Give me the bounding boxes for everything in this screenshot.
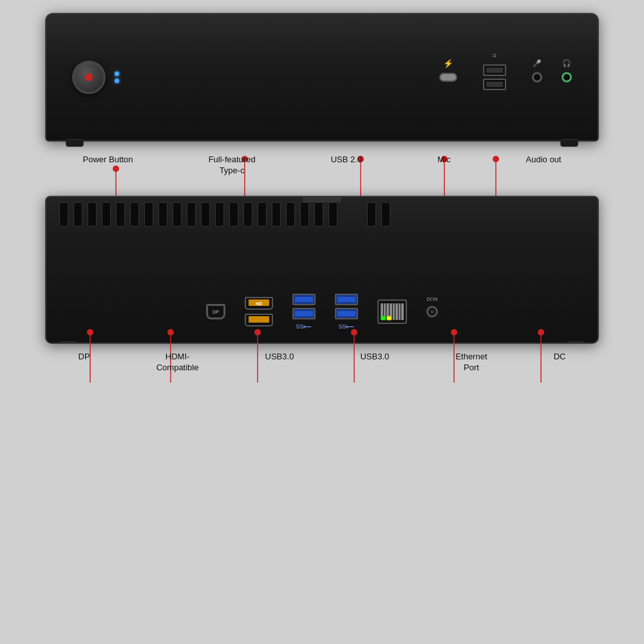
audio-out-area: 🎧	[562, 72, 572, 82]
vent-13	[229, 202, 238, 227]
pin-6	[395, 303, 398, 320]
pin-8	[401, 303, 404, 320]
hdmi-pins-bottom	[249, 316, 269, 323]
pin-7	[399, 303, 401, 320]
usbc-port	[439, 73, 457, 82]
usb3-right-top[interactable]	[335, 294, 358, 305]
label-audio-out: Audio out	[526, 155, 562, 176]
hdmi-ports: HD	[245, 297, 273, 327]
label-usb20: USB 2.0	[331, 155, 362, 176]
vent-3	[88, 202, 97, 227]
usb3-right-area: SS⟵	[335, 294, 358, 330]
vent-11	[201, 202, 210, 227]
main-container: ⚡ ⌗ 🎤 🎧	[0, 0, 644, 644]
vent-15	[258, 202, 267, 227]
hdmi-label-text: HDMI-Compatible	[156, 352, 199, 374]
vent-2	[73, 202, 82, 227]
vent-grills	[46, 197, 598, 232]
vent-7	[144, 202, 153, 227]
ethernet-port-area	[377, 299, 407, 324]
label-dc: DC	[554, 352, 566, 374]
audio-out-port[interactable]	[562, 72, 572, 82]
hdmi-port-top[interactable]: HD	[245, 297, 273, 310]
front-panel-top: ⚡ ⌗ 🎤 🎧	[45, 13, 599, 142]
thunderbolt-icon: ⚡	[443, 59, 453, 68]
usb3-left-ports	[292, 294, 316, 319]
rear-panel-bottom: DP HD	[45, 196, 599, 344]
ethernet-label-text: EthernetPort	[455, 352, 487, 374]
vent-9	[173, 202, 182, 227]
dp-port[interactable]: DP	[206, 304, 225, 319]
audio-out-label-text: Audio out	[526, 155, 562, 166]
vent-19	[314, 202, 323, 227]
usb-icon: ⌗	[493, 52, 497, 60]
dc-port[interactable]	[426, 306, 438, 317]
vent-6	[130, 202, 139, 227]
dp-label-text: DP	[79, 352, 90, 363]
power-button[interactable]	[72, 61, 106, 94]
label-usb30-left: USB3.0	[265, 352, 294, 374]
label-mic: Mic	[437, 155, 450, 176]
dp-symbol: DP	[213, 309, 219, 314]
vent-20	[328, 202, 337, 227]
ss-icon-right: SS⟵	[338, 323, 354, 330]
led-bottom	[115, 79, 119, 83]
pin-5	[393, 303, 395, 320]
usb30-left-label-text: USB3.0	[265, 352, 294, 363]
hdmi-port-bottom[interactable]	[245, 314, 273, 327]
vent-10	[187, 202, 196, 227]
bottom-labels: DP HDMI-Compatible USB3.0 USB3.0 Etherne…	[45, 344, 599, 374]
ethernet-port[interactable]	[377, 299, 407, 324]
label-power: Power Button	[83, 155, 133, 176]
mic-port-area: 🎤	[532, 72, 542, 82]
label-usb30-right: USB3.0	[360, 352, 389, 374]
typec-label-text: Full-featuredType-c	[209, 155, 256, 176]
dcin-label-text: DCIN	[426, 297, 437, 301]
rj45-led-green	[381, 316, 385, 320]
vent-22	[381, 202, 390, 227]
ss-icon-left: SS⟵	[296, 323, 312, 330]
vent-12	[215, 202, 224, 227]
usb20-label-text: USB 2.0	[331, 155, 362, 166]
dp-port-area: DP	[206, 304, 225, 319]
mic-port[interactable]	[532, 72, 542, 82]
vent-16	[272, 202, 281, 227]
led-indicators	[115, 71, 119, 83]
power-area	[72, 61, 119, 94]
label-ethernet: EthernetPort	[455, 352, 487, 374]
usb30-right-label-text: USB3.0	[360, 352, 389, 363]
headphone-icon: 🎧	[562, 59, 571, 68]
dc-label-text: DC	[554, 352, 566, 363]
mic-label-text: Mic	[437, 155, 450, 166]
top-section: ⚡ ⌗ 🎤 🎧	[45, 13, 599, 183]
label-typec: Full-featuredType-c	[209, 155, 256, 176]
usb20-port-area: ⌗	[483, 64, 506, 90]
usb3-left-top[interactable]	[292, 294, 316, 305]
hdmi-label-inline: HD	[256, 301, 262, 305]
usb20-ports	[483, 64, 506, 90]
usb20-port-bottom[interactable]	[483, 79, 506, 90]
rj45-activity-leds	[381, 316, 391, 320]
label-hdmi: HDMI-Compatible	[156, 352, 199, 374]
hdmi-port-area: HD	[245, 297, 273, 327]
power-label-text: Power Button	[83, 155, 133, 166]
vent-14	[243, 202, 252, 227]
vent-17	[286, 202, 295, 227]
bottom-section: DP HD	[45, 196, 599, 374]
vent-5	[116, 202, 125, 227]
led-top	[115, 71, 119, 76]
mic-icon: 🎤	[533, 59, 542, 68]
rj45-led-yellow	[387, 316, 391, 320]
dc-port-area: DCIN	[426, 306, 438, 317]
usb3-right-bottom[interactable]	[335, 308, 358, 319]
usb3-right-ports	[335, 294, 358, 319]
usb3-left-area: SS⟵	[292, 294, 316, 330]
usb20-port-top[interactable]	[483, 64, 506, 76]
vent-4	[102, 202, 111, 227]
top-labels: Power Button Full-featuredType-c USB 2.0…	[45, 142, 599, 183]
label-dp: DP	[79, 352, 90, 374]
vent-8	[158, 202, 167, 227]
rear-ports: DP HD	[46, 294, 598, 330]
vent-1	[59, 202, 68, 227]
usb3-left-bottom[interactable]	[292, 308, 316, 319]
